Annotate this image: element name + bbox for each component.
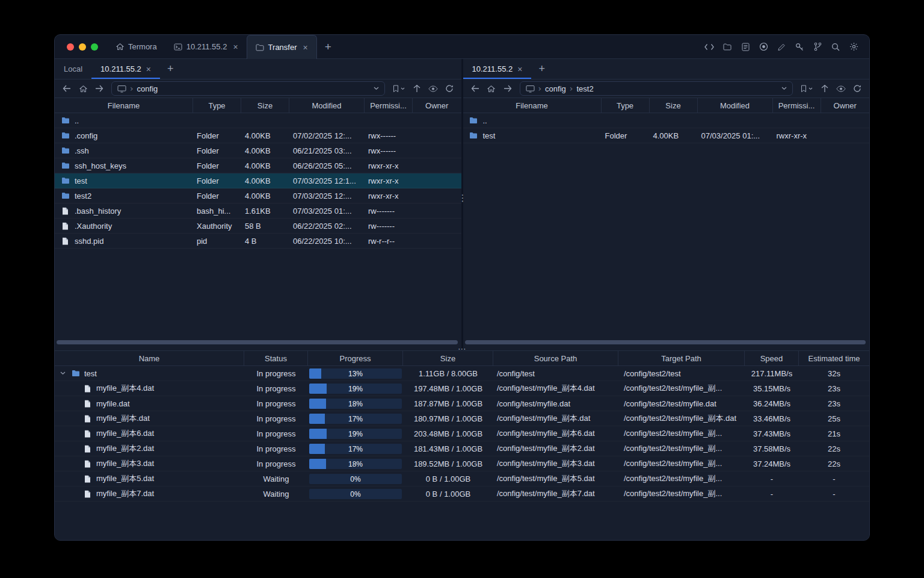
size-cell: 187.87MB / 1.00GB [403, 396, 493, 411]
column-header-owner[interactable]: Owner [413, 98, 461, 113]
file-row[interactable]: sshd.pidpid4 B06/22/2025 10:...rw-r--r-- [55, 234, 461, 249]
size-cell: 1.11GB / 8.00GB [403, 366, 493, 381]
transfer-column-header-status[interactable]: Status [244, 351, 308, 365]
column-header-modified[interactable]: Modified [698, 98, 773, 113]
file-row[interactable]: .. [55, 113, 461, 128]
speed-cell: 35.15MB/s [745, 381, 799, 396]
close-icon[interactable]: × [517, 65, 522, 73]
transfer-row[interactable]: myfile_副本3.datIn progress18%189.52MB / 1… [55, 456, 869, 471]
modified-cell: 07/03/2025 01:... [289, 204, 365, 218]
breadcrumb-segment[interactable]: test2 [576, 84, 593, 93]
column-header-permissi[interactable]: Permissi... [365, 98, 413, 113]
file-row[interactable]: .. [463, 113, 870, 128]
pane-tab-10-211-55-2[interactable]: 10.211.55.2× [91, 59, 160, 79]
filename: sshd.pid [75, 237, 103, 246]
chevron-down-icon[interactable] [59, 371, 67, 375]
horizontal-scrollbar[interactable] [465, 340, 866, 344]
show-hidden-files-button[interactable] [425, 81, 441, 96]
code-icon[interactable] [703, 40, 716, 54]
home-button[interactable] [75, 81, 91, 96]
up-directory-button[interactable] [817, 81, 833, 96]
breadcrumb-segment[interactable]: config [137, 84, 158, 93]
show-hidden-files-button[interactable] [833, 81, 849, 96]
edit-icon[interactable] [775, 40, 788, 54]
new-tab-button[interactable]: + [317, 35, 339, 58]
column-header-modified[interactable]: Modified [289, 98, 365, 113]
column-header-size[interactable]: Size [650, 98, 698, 113]
column-header-type[interactable]: Type [602, 98, 650, 113]
back-button[interactable] [467, 81, 483, 96]
search-icon[interactable] [829, 40, 842, 54]
file-row[interactable]: .configFolder4.00KB07/02/2025 12:...rwx-… [55, 128, 461, 143]
transfer-column-header-size[interactable]: Size [403, 351, 493, 365]
file-row[interactable]: testFolder4.00KB07/03/2025 01:...rwxr-xr… [463, 128, 870, 143]
transfer-column-header-progress[interactable]: Progress [308, 351, 403, 365]
close-window-button[interactable] [67, 43, 74, 51]
file-row[interactable]: .bash_historybash_hi...1.61KB07/03/2025 … [55, 204, 461, 219]
chevron-down-icon[interactable] [374, 87, 379, 90]
up-directory-button[interactable] [409, 81, 425, 96]
chevron-down-icon[interactable] [781, 87, 787, 90]
transfer-column-header-name[interactable]: Name [55, 351, 244, 365]
pane-tab-local[interactable]: Local [55, 59, 91, 79]
horizontal-scrollbar[interactable] [57, 340, 458, 344]
log-icon[interactable] [739, 40, 752, 54]
speed-cell: - [745, 486, 799, 501]
close-icon[interactable]: × [233, 43, 238, 51]
close-icon[interactable]: × [146, 65, 151, 73]
column-header-permissi[interactable]: Permissi... [773, 98, 821, 113]
pane-tab-10-211-55-2[interactable]: 10.211.55.2× [463, 59, 532, 79]
transfer-row[interactable]: myfile_副本.datIn progress17%180.97MB / 1.… [55, 411, 869, 426]
folder-icon[interactable] [721, 40, 734, 54]
titlebar-tab-transfer[interactable]: Transfer× [247, 35, 317, 59]
forward-button[interactable] [500, 81, 516, 96]
back-button[interactable] [59, 81, 75, 96]
file-icon [83, 415, 92, 423]
file-row[interactable]: ssh_host_keysFolder4.00KB06/26/2025 05:.… [55, 158, 461, 173]
titlebar-tab-termora[interactable]: Termora [108, 35, 165, 58]
key-icon[interactable] [793, 40, 806, 54]
transfer-row[interactable]: myfile_副本2.datIn progress17%181.43MB / 1… [55, 441, 869, 456]
minimize-window-button[interactable] [79, 43, 86, 51]
titlebar-tab-10-211-55-2[interactable]: 10.211.55.2× [165, 35, 247, 58]
home-button[interactable] [484, 81, 499, 96]
column-header-filename[interactable]: Filename [463, 98, 602, 113]
refresh-button[interactable] [442, 81, 457, 96]
transfer-column-header-estimated-time[interactable]: Estimated time [799, 351, 869, 365]
column-header-filename[interactable]: Filename [55, 98, 193, 113]
new-pane-tab-button[interactable]: + [531, 59, 552, 79]
transfer-row[interactable]: myfile_副本6.datIn progress19%203.48MB / 1… [55, 426, 869, 441]
column-header-owner[interactable]: Owner [821, 98, 870, 113]
settings-icon[interactable] [847, 40, 860, 54]
file-row[interactable]: .sshFolder4.00KB06/21/2025 03:...rwx----… [55, 143, 461, 158]
file-row[interactable]: test2Folder4.00KB07/03/2025 12:...rwxr-x… [55, 188, 461, 204]
file-row[interactable]: .XauthorityXauthority58 B06/22/2025 02:.… [55, 219, 461, 234]
horizontal-splitter-grip[interactable]: ⋯ [458, 344, 466, 353]
bookmark-button[interactable] [389, 81, 408, 96]
size-cell: 181.43MB / 1.00GB [403, 441, 493, 456]
column-header-size[interactable]: Size [241, 98, 289, 113]
breadcrumb-segment[interactable]: config [545, 84, 566, 93]
transfer-column-header-speed[interactable]: Speed [745, 351, 799, 365]
bookmark-button[interactable] [797, 81, 816, 96]
column-header-type[interactable]: Type [193, 98, 241, 113]
record-icon[interactable] [757, 40, 770, 54]
transfer-row[interactable]: myfile.datIn progress18%187.87MB / 1.00G… [55, 396, 869, 411]
transfer-row[interactable]: myfile_副本5.datWaiting0%0 B / 1.00GB/conf… [55, 471, 869, 486]
breadcrumb[interactable]: ›config [111, 81, 385, 96]
file-row[interactable]: testFolder4.00KB07/03/2025 12:1...rwxr-x… [55, 173, 461, 188]
new-pane-tab-button[interactable]: + [160, 59, 181, 79]
filename-cell: .. [463, 113, 602, 128]
transfer-row[interactable]: testIn progress13%1.11GB / 8.00GB/config… [55, 366, 869, 381]
folder-icon [256, 44, 264, 51]
close-icon[interactable]: × [303, 43, 308, 52]
transfer-column-header-target-path[interactable]: Target Path [618, 351, 745, 365]
forward-button[interactable] [91, 81, 107, 96]
transfer-column-header-source-path[interactable]: Source Path [493, 351, 618, 365]
branch-icon[interactable] [811, 40, 824, 54]
zoom-window-button[interactable] [91, 43, 98, 51]
transfer-row[interactable]: myfile_副本4.datIn progress19%197.48MB / 1… [55, 381, 869, 396]
refresh-button[interactable] [849, 81, 865, 96]
transfer-row[interactable]: myfile_副本7.datWaiting0%0 B / 1.00GB/conf… [55, 486, 869, 502]
breadcrumb[interactable]: ›config›test2 [520, 81, 793, 96]
